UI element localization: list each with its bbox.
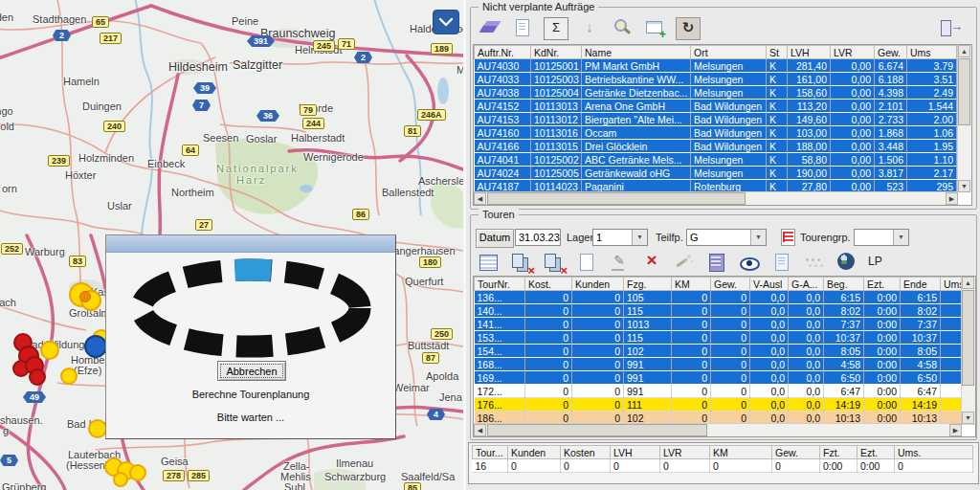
teilfp-combo[interactable]: G▼ [686,229,767,246]
scroll-up-button[interactable]: ▲ [958,45,970,57]
column-header[interactable]: LVR [831,46,875,59]
column-header[interactable]: Gew. [711,278,750,291]
column-header[interactable]: Ende [901,278,941,291]
column-header[interactable]: Gew. [875,46,907,59]
column-header[interactable]: KM [672,278,711,291]
search-icon[interactable] [611,17,634,38]
edit-icon[interactable]: ✎ [608,252,631,273]
column-header[interactable]: LVH [788,46,831,59]
sum-button[interactable]: Σ [544,17,568,40]
column-header[interactable]: Fzg. [624,278,672,291]
tour-row[interactable]: 176...00111000,00,014:190:0014:1900: [475,398,977,412]
scroll-left-button[interactable]: ◀ [474,424,486,436]
column-header[interactable]: G-A... [789,278,824,291]
order-row[interactable]: AU7404110125002ABC Getränke Mels...Melsu… [475,153,957,167]
exit-icon[interactable] [938,17,961,38]
column-header[interactable]: Kunden [572,278,624,291]
chevron-down-icon[interactable]: ▼ [893,230,908,245]
tour-row[interactable]: 168...00991000,00,04:580:004:5800: [475,358,977,371]
column-header[interactable]: Beg. [824,278,864,291]
orders-hscrollbar[interactable]: ◀ ▶ [474,191,958,205]
map-stop-marker[interactable] [129,464,146,481]
order-row[interactable]: AU7416010113016OccamBad WildungenK103,00… [475,126,957,140]
scroll-up-button[interactable]: ▲ [962,277,974,289]
tour-row[interactable]: 172...00991000,00,06:470:006:4700: [475,385,977,398]
column-header[interactable]: Name [582,46,691,59]
new-document-icon[interactable] [575,252,598,273]
column-header[interactable]: Ums [907,46,957,59]
route-points-icon[interactable] [803,252,826,273]
tourengrp-combo[interactable]: ▼ [854,229,909,246]
column-header[interactable]: KM [710,446,772,459]
order-row[interactable]: AU7415310113012Biergarten "Alte Mei...Ba… [475,113,957,126]
column-header[interactable]: KdNr. [531,46,582,59]
map-stop-marker[interactable] [29,368,46,386]
column-header[interactable]: Ums. [895,446,973,459]
scroll-down-button[interactable]: ▼ [962,412,974,424]
delete-icon[interactable]: × [640,252,663,273]
lp-button[interactable]: LP [868,252,882,273]
dialog-titlebar[interactable] [106,235,395,253]
tour-row[interactable]: 136...00105000,00,06:150:006:1500: [475,291,977,304]
column-header[interactable]: Kosten [561,446,611,459]
column-header[interactable]: St [767,46,788,59]
tour-row[interactable]: 169...00991000,00,06:500:006:5000: [475,371,977,385]
window-add-icon[interactable] [643,17,666,38]
column-header[interactable]: Ort [691,46,767,59]
report-icon[interactable] [511,17,534,38]
order-row[interactable]: AU7415210113013Arena One GmbHBad Wildung… [475,100,957,113]
tours-vscrollbar[interactable]: ▲ ▼ [961,277,975,424]
order-row[interactable]: AU7403310125003Betriebskantine WW...Mels… [475,73,957,86]
tour-row[interactable]: 153...00115000,00,010:370:0010:3700: [475,331,977,345]
column-header[interactable]: LVR [660,446,710,459]
order-row[interactable]: AU7403010125001PM Markt GmbHMelsungenK28… [475,59,957,73]
magic-wand-icon[interactable] [673,252,696,273]
column-header[interactable]: Ezt. [864,278,901,291]
map[interactable]: MindenStadthagenPeineBraunschweigHelmste… [0,0,463,490]
orders-vscrollbar[interactable]: ▲ ▼ [957,45,971,192]
chevron-down-icon[interactable]: ▼ [750,230,766,245]
refresh-icon[interactable]: ↻ [676,17,701,40]
tour-row[interactable]: 141...001013000,00,07:370:007:3700: [475,318,977,331]
map-stop-marker[interactable] [88,419,107,438]
globe-icon[interactable] [835,252,858,273]
column-header[interactable]: Gew. [772,446,820,459]
tour-filter-icon[interactable] [777,227,800,248]
tours-hscrollbar[interactable]: ◀ ▶ [474,423,962,436]
lager-combo[interactable]: 1▼ [592,229,648,246]
scroll-left-button[interactable]: ◀ [474,192,486,205]
map-stop-marker[interactable] [60,368,78,385]
order-row[interactable]: AU7403810125004Getränke Dietzenbac...Mel… [475,86,957,100]
down-arrow-icon[interactable]: ↓ [578,17,601,38]
scroll-down-button[interactable]: ▼ [958,180,970,192]
column-header[interactable]: Kost. [525,278,572,291]
order-row[interactable]: AU7402410125005Getränkewald oHGMelsungen… [475,167,957,180]
order-row[interactable]: AU7416610113015Drei GlöckleinBad Wildung… [475,140,957,153]
orders-header-row[interactable]: Auftr.Nr.KdNr.NameOrtStLVHLVRGew.Ums [475,46,957,59]
column-header[interactable]: Ezt. [858,446,895,459]
datum-input[interactable]: 31.03.23 [515,229,561,246]
copy-delete-2-icon[interactable] [543,252,566,273]
chevron-down-icon[interactable]: ▼ [632,230,647,245]
eraser-icon[interactable] [479,17,501,38]
column-header[interactable]: Fzt. [820,446,858,459]
scroll-right-button[interactable]: ▶ [946,192,958,205]
column-header[interactable]: Auftr.Nr. [475,46,531,59]
column-header[interactable]: V-Ausl [750,278,789,291]
tour-list-icon[interactable] [478,252,501,273]
column-header[interactable]: TourNr. [475,278,525,291]
copy-delete-icon[interactable] [510,252,533,273]
eye-icon[interactable] [738,252,761,273]
column-header[interactable]: Tour... [473,446,508,459]
tours-header-row[interactable]: TourNr.Kost.KundenFzg.KMGew.V-AuslG-A...… [475,278,977,291]
tour-row[interactable]: 154...00102000,00,08:050:008:0500: [475,345,977,358]
document-icon[interactable] [770,252,793,273]
map-stop-marker[interactable] [40,341,59,360]
tour-row[interactable]: 140...00115000,00,08:020:008:0200: [475,304,977,318]
map-stop-marker[interactable] [113,472,128,487]
cancel-button[interactable]: Abbrechen [217,361,286,381]
scroll-right-button[interactable]: ▶ [949,424,962,436]
map-collapse-button[interactable] [433,10,459,34]
map-stop-marker[interactable] [79,291,91,302]
column-header[interactable]: Kunden [508,446,561,459]
